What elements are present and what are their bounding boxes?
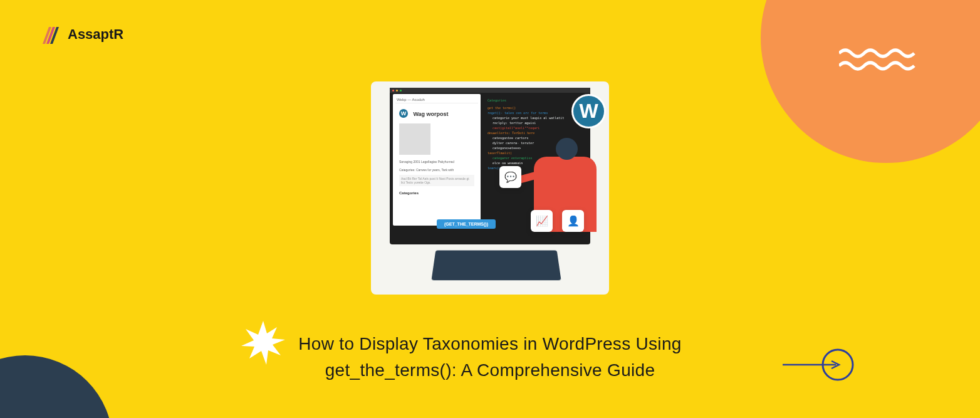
hero-illustration: Webp — Acodoh Wag worpost Sanaging 2001 … bbox=[371, 81, 609, 295]
logo-icon bbox=[38, 22, 63, 47]
code-line: get the terms() bbox=[487, 106, 516, 110]
decorative-wavy-lines bbox=[839, 47, 920, 72]
decorative-arrow-circle bbox=[783, 346, 858, 384]
decorative-dark-circle bbox=[0, 355, 113, 418]
heading-line1: How to Display Taxonomies in WordPress U… bbox=[298, 334, 681, 353]
code-line: catesgonte= cartors bbox=[493, 136, 528, 140]
message-icon: 💬 bbox=[499, 166, 521, 188]
decorative-orange-circle bbox=[761, 0, 980, 163]
browser-content: Wag worpost Sanaging 2001 Legellagias Pa… bbox=[395, 103, 478, 199]
code-line: taserTlmalit) bbox=[487, 151, 512, 155]
code-line: categorie your must laxpis al watlatit bbox=[493, 116, 564, 120]
code-line: reget()- talen cen orc for terms bbox=[487, 111, 548, 115]
monitor-topbar bbox=[390, 88, 590, 93]
post-excerpt: Aad Bit Rer Tal Aels post It Nast Posts … bbox=[399, 175, 474, 186]
page-title: How to Display Taxonomies in WordPress U… bbox=[255, 331, 725, 384]
code-line: categons>at===> bbox=[493, 146, 521, 150]
user-icon: 👤 bbox=[562, 210, 584, 232]
keyboard-graphic bbox=[431, 250, 561, 280]
post-meta-line2: Categories: Carwes for years, Tark with bbox=[399, 168, 474, 172]
wordpress-icon bbox=[399, 109, 408, 118]
code-header: Categories bbox=[487, 98, 583, 103]
code-line: elce oa weaamain bbox=[493, 161, 523, 165]
person-head bbox=[556, 138, 578, 160]
post-title: Wag worpost bbox=[413, 111, 448, 117]
chart-icon: 📈 bbox=[531, 210, 553, 232]
post-meta-line1: Sanaging 2001 Legellagias Pakyhomed bbox=[399, 160, 474, 164]
post-thumbnail bbox=[399, 123, 430, 155]
get-terms-badge: (GET_THE_TERMS()) bbox=[437, 219, 496, 229]
wordpress-bubble-icon: W bbox=[571, 94, 606, 128]
browser-panel: Webp — Acodoh Wag worpost Sanaging 2001 … bbox=[393, 94, 481, 226]
code-line: categarer enteraptiss bbox=[493, 156, 532, 160]
browser-tab: Webp — Acodoh bbox=[395, 97, 478, 103]
logo-text: AssaptR bbox=[68, 26, 123, 43]
code-line: reclply: terttor aguisi bbox=[493, 121, 536, 125]
categories-label: Categories bbox=[399, 191, 474, 195]
floating-icons: 💬 📈 👤 bbox=[499, 210, 584, 232]
brand-logo: AssaptR bbox=[38, 22, 123, 47]
heading-line2: get_the_terms(): A Comprehensive Guide bbox=[325, 360, 655, 380]
